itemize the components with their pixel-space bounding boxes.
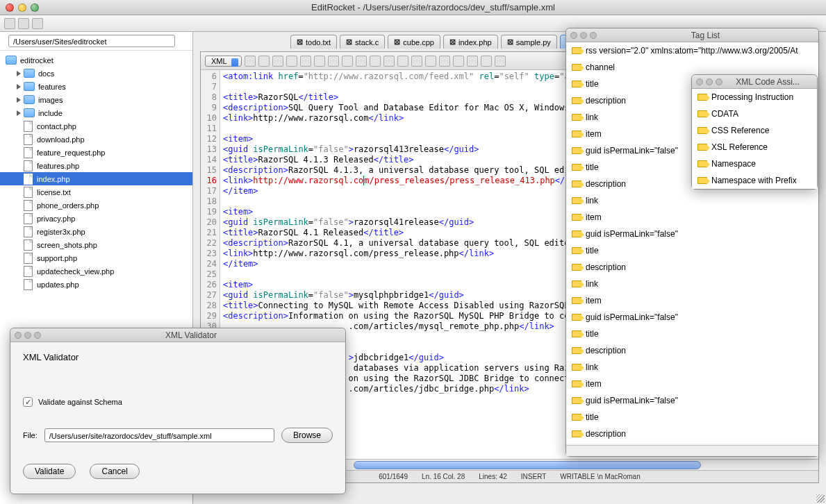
editor-tool-icon[interactable] <box>286 56 297 67</box>
tag-list-item[interactable]: channel <box>566 59 818 76</box>
tag-list-item[interactable]: link <box>566 192 818 209</box>
tree-folder[interactable]: include <box>0 106 192 119</box>
editor-tool-icon[interactable] <box>467 56 478 67</box>
panel-min-button[interactable] <box>24 332 31 339</box>
path-input[interactable]: /Users/user/Sites/editrocket <box>8 35 175 47</box>
disclosure-icon[interactable] <box>17 71 21 76</box>
tree-file[interactable]: download.php <box>0 133 192 146</box>
tag-list-item[interactable]: title <box>566 409 818 426</box>
editor-tool-icon[interactable] <box>495 56 506 67</box>
panel-close-button[interactable] <box>570 32 577 39</box>
file-icon <box>24 121 33 132</box>
validate-schema-checkbox[interactable]: ✓ <box>23 397 33 407</box>
editor-tab[interactable]: ⊠stack.c <box>340 35 385 49</box>
tag-list-item[interactable]: rss version="2.0" xmlns:atom="http://www… <box>566 42 818 59</box>
tree-file[interactable]: screen_shots.php <box>0 238 192 251</box>
status-encoding: WRITABLE \n MacRoman <box>560 473 640 480</box>
panel-min-button[interactable] <box>580 32 587 39</box>
tree-file[interactable]: support.php <box>0 251 192 264</box>
editor-tool-icon[interactable] <box>328 56 339 67</box>
panel-close-button[interactable] <box>15 332 22 339</box>
editor-tab[interactable]: ⊠todo.txt <box>290 35 337 49</box>
minimize-window-button[interactable] <box>18 3 26 12</box>
panel-zoom-button[interactable] <box>34 332 41 339</box>
editor-tool-icon[interactable] <box>245 56 256 67</box>
editor-tool-icon[interactable] <box>411 56 422 67</box>
code-assist-item[interactable]: CDATA <box>692 106 817 122</box>
editor-tool-icon[interactable] <box>397 56 408 67</box>
code-assist-item[interactable]: Namespace with Prefix <box>692 172 817 189</box>
disclosure-icon[interactable] <box>17 110 21 116</box>
editor-tab[interactable]: ⊠sample.py <box>501 35 557 49</box>
tag-list-item[interactable]: link <box>566 359 818 376</box>
editor-tool-icon[interactable] <box>258 56 270 67</box>
tag-list-item[interactable]: guid isPermaLink="false" <box>566 309 818 326</box>
tree-file[interactable]: features.php <box>0 159 192 172</box>
code-assist-item[interactable]: Processing Instruction <box>692 89 817 106</box>
toolbar-button[interactable] <box>32 18 43 29</box>
editor-tab[interactable]: ⊠cube.cpp <box>388 35 440 49</box>
editor-tool-icon[interactable] <box>425 56 436 67</box>
validate-button[interactable]: Validate <box>23 464 76 479</box>
tree-file[interactable]: privacy.php <box>0 212 192 225</box>
editor-tool-icon[interactable] <box>439 56 450 67</box>
browse-button[interactable]: Browse <box>281 428 333 443</box>
close-tab-icon[interactable]: ⊠ <box>297 37 303 47</box>
tree-file[interactable]: updates.php <box>0 278 192 291</box>
toolbar-button[interactable] <box>4 18 15 29</box>
tree-file[interactable]: register3x.php <box>0 225 192 238</box>
tree-folder[interactable]: docs <box>0 67 192 80</box>
editor-tool-icon[interactable] <box>314 56 325 67</box>
close-tab-icon[interactable]: ⊠ <box>507 37 513 47</box>
cancel-button[interactable]: Cancel <box>90 464 139 479</box>
close-tab-icon[interactable]: ⊠ <box>346 37 352 47</box>
close-tab-icon[interactable]: ⊠ <box>449 37 456 47</box>
close-window-button[interactable] <box>6 3 14 12</box>
editor-tool-icon[interactable] <box>272 56 283 67</box>
editor-tool-icon[interactable] <box>383 56 395 67</box>
editor-tool-icon[interactable] <box>356 56 367 67</box>
close-tab-icon[interactable]: ⊠ <box>394 37 400 47</box>
panel-hscrollbar[interactable] <box>566 445 818 456</box>
tree-file[interactable]: feature_request.php <box>0 146 192 159</box>
panel-close-button[interactable] <box>696 78 703 85</box>
tag-list-item[interactable]: description <box>566 342 818 359</box>
editor-tab[interactable]: ⊠index.php <box>443 35 498 49</box>
disclosure-icon[interactable] <box>17 84 21 90</box>
editor-tool-icon[interactable] <box>342 56 353 67</box>
tag-list-item[interactable]: guid isPermaLink="false" <box>566 226 818 242</box>
tag-list-item[interactable]: description <box>566 426 818 442</box>
tree-file[interactable]: phone_orders.php <box>0 199 192 212</box>
editor-tool-icon[interactable] <box>370 56 381 67</box>
editor-tool-icon[interactable] <box>481 56 492 67</box>
file-path-input[interactable]: /Users/user/site/razordocs/dev_stuff/sam… <box>44 428 274 442</box>
zoom-window-button[interactable] <box>31 3 39 12</box>
tag-list-item[interactable]: description <box>566 259 818 276</box>
tag-list-item[interactable]: item <box>566 292 818 309</box>
panel-zoom-button[interactable] <box>590 32 597 39</box>
tree-file[interactable]: updatecheck_view.php <box>0 264 192 278</box>
tree-folder[interactable]: features <box>0 80 192 93</box>
tag-list-item[interactable]: item <box>566 209 818 226</box>
panel-min-button[interactable] <box>706 78 713 85</box>
tag-list-item[interactable]: item <box>566 376 818 392</box>
panel-zoom-button[interactable] <box>716 78 722 85</box>
tree-file[interactable]: contact.php <box>0 119 192 133</box>
tree-root[interactable]: editrocket <box>0 53 192 67</box>
tag-list-item[interactable]: link <box>566 276 818 292</box>
tree-file[interactable]: license.txt <box>0 185 192 199</box>
editor-tool-icon[interactable] <box>300 56 311 67</box>
tag-list-item[interactable]: title <box>566 326 818 342</box>
editor-tool-icon[interactable] <box>453 56 464 67</box>
toolbar-button[interactable] <box>18 18 29 29</box>
language-select[interactable]: XML <box>205 56 242 67</box>
disclosure-icon[interactable] <box>17 97 21 103</box>
tag-list-item[interactable]: guid isPermaLink="false" <box>566 392 818 409</box>
code-assist-item[interactable]: CSS Reference <box>692 122 817 139</box>
tag-list-item[interactable]: title <box>566 242 818 259</box>
code-assist-item[interactable]: Namespace <box>692 156 817 172</box>
code-assist-item[interactable]: XSL Reference <box>692 139 817 156</box>
tree-file[interactable]: index.php <box>0 172 192 185</box>
resize-grip[interactable] <box>816 494 825 503</box>
tree-folder[interactable]: images <box>0 93 192 106</box>
